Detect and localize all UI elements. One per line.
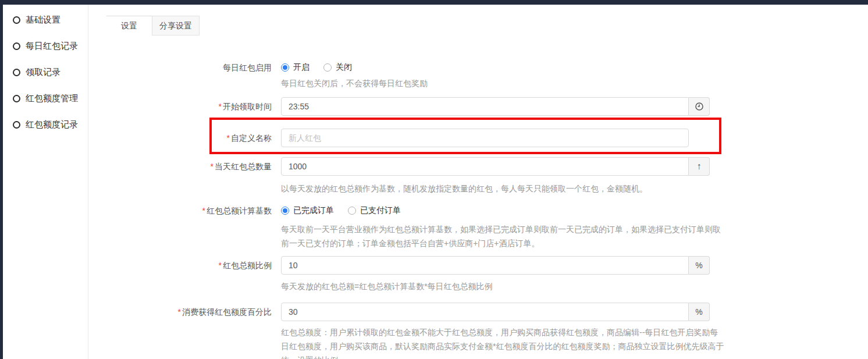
sidebar-item-label: 每日红包记录	[26, 41, 78, 52]
sidebar-item-quota-management[interactable]: 红包额度管理	[3, 86, 88, 112]
percent-addon: %	[689, 256, 710, 275]
sidebar: 基础设置 每日红包记录 领取记录 红包额度管理 红包额度记录	[3, 5, 88, 359]
start-time-input[interactable]	[281, 97, 689, 116]
radio-enable-on[interactable]: 开启	[281, 62, 310, 73]
required-asterisk: *	[227, 133, 230, 143]
required-asterisk: *	[219, 102, 222, 111]
radio-label: 开启	[293, 62, 310, 73]
field-label-total-count: *当天红包总数量	[106, 157, 272, 176]
field-label-consume-percent: *消费获得红包额度百分比	[106, 303, 272, 321]
sidebar-item-basic-settings[interactable]: 基础设置	[3, 7, 88, 33]
custom-name-input[interactable]	[281, 129, 689, 147]
field-label-total-ratio: *红包总额比例	[106, 256, 272, 275]
field-label-daily-enable: 每日红包启用	[106, 62, 272, 73]
required-asterisk: *	[178, 307, 181, 317]
radio-completed-orders[interactable]: 已完成订单	[281, 205, 334, 216]
percent-addon: %	[689, 303, 710, 321]
circle-icon	[13, 121, 20, 129]
field-label-custom-name: *自定义名称	[106, 129, 272, 147]
help-total-count: 以每天发放的红包总额作为基数，随机发放指定数量的红包，每人每天只能领取一个红包，…	[281, 183, 724, 194]
total-count-input[interactable]	[281, 157, 689, 176]
sidebar-item-label: 领取记录	[26, 67, 61, 78]
circle-icon	[13, 69, 20, 76]
circle-icon	[13, 95, 20, 102]
sidebar-item-label: 红包额度管理	[26, 93, 78, 104]
tab-bar: 设置 分享设置	[106, 16, 200, 35]
help-daily-enable: 每日红包关闭后，不会获得每日红包奖励	[281, 77, 724, 89]
total-ratio-input[interactable]	[281, 256, 689, 275]
circle-icon	[13, 16, 20, 24]
consume-percent-input[interactable]	[281, 303, 689, 321]
count-stepper-addon[interactable]: ↑	[689, 157, 710, 176]
sidebar-item-label: 基础设置	[26, 15, 61, 26]
arrow-up-icon: ↑	[697, 161, 702, 172]
tab-settings[interactable]: 设置	[106, 16, 152, 35]
percent-sign: %	[695, 261, 702, 270]
help-calc-base: 每天取前一天平台营业额作为红包总额计算基数，如果选择已完成订单则取前一天已完成的…	[281, 222, 724, 250]
field-label-calc-base: *红包总额计算基数	[106, 205, 272, 216]
sidebar-item-claim-records[interactable]: 领取记录	[3, 59, 88, 86]
radio-label: 关闭	[336, 62, 352, 73]
percent-sign: %	[695, 307, 702, 317]
radio-selected-icon	[281, 63, 289, 72]
tab-share-settings[interactable]: 分享设置	[152, 16, 200, 35]
time-picker-addon[interactable]	[689, 97, 710, 116]
daily-enable-radios: 开启 关闭	[281, 62, 366, 73]
radio-paid-orders[interactable]: 已支付订单	[348, 205, 401, 216]
radio-unselected-icon	[348, 207, 356, 215]
field-label-start-time: *开始领取时间	[106, 97, 272, 116]
help-total-ratio: 每天发放的红包总额=红包总额计算基数*每日红包总额比例	[281, 280, 724, 292]
radio-unselected-icon	[323, 63, 332, 72]
sidebar-item-daily-redpacket-records[interactable]: 每日红包记录	[3, 33, 88, 59]
top-bar	[0, 0, 868, 5]
required-asterisk: *	[211, 162, 214, 171]
sidebar-item-label: 红包额度记录	[26, 119, 78, 130]
required-asterisk: *	[202, 206, 205, 215]
calc-base-radios: 已完成订单 已支付订单	[281, 205, 415, 216]
circle-icon	[13, 42, 20, 50]
radio-label: 已完成订单	[293, 205, 334, 216]
sidebar-item-quota-records[interactable]: 红包额度记录	[3, 112, 88, 138]
radio-selected-icon	[281, 207, 289, 215]
radio-enable-off[interactable]: 关闭	[323, 62, 352, 73]
clock-icon	[695, 102, 704, 111]
help-consume-percent: 红包总额度：用户累计领取的红包金额不能大于红包总额度，用户购买商品获得红包额度，…	[281, 325, 724, 359]
radio-label: 已支付订单	[360, 205, 401, 216]
required-asterisk: *	[219, 261, 222, 270]
